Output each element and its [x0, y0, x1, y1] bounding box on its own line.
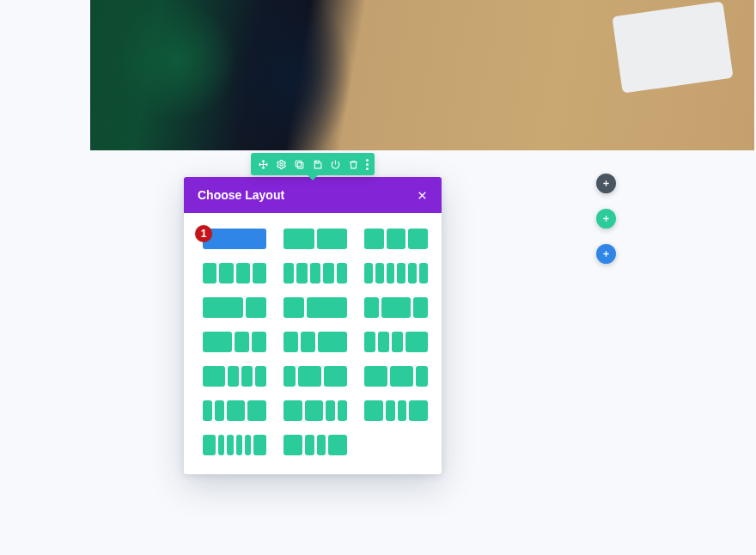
row-toolbar — [251, 153, 375, 175]
layout-option-10[interactable] — [284, 332, 347, 352]
svg-rect-7 — [297, 162, 303, 168]
hero-image — [90, 0, 754, 150]
layout-option-7[interactable] — [284, 297, 347, 318]
layout-option-18[interactable] — [203, 435, 266, 455]
more-icon[interactable] — [366, 159, 369, 170]
duplicate-icon[interactable] — [294, 159, 305, 170]
layout-option-16[interactable] — [284, 400, 347, 421]
panel-header: Choose Layout — [184, 177, 442, 213]
save-icon[interactable] — [312, 159, 323, 170]
layout-option-3[interactable] — [203, 263, 266, 284]
layout-option-0[interactable] — [203, 229, 266, 249]
layout-option-2[interactable] — [364, 229, 428, 249]
layout-option-14[interactable] — [364, 366, 428, 387]
layout-grid: 1 — [184, 213, 442, 474]
layout-option-9[interactable] — [203, 332, 266, 352]
choose-layout-panel: Choose Layout 1 — [184, 177, 442, 474]
layout-option-6[interactable] — [203, 297, 266, 318]
layout-option-5[interactable] — [364, 263, 428, 284]
power-icon[interactable] — [330, 159, 341, 170]
layout-option-12[interactable] — [203, 366, 266, 387]
gear-icon[interactable] — [276, 159, 287, 170]
panel-title: Choose Layout — [198, 188, 284, 202]
layout-option-11[interactable] — [364, 332, 428, 352]
svg-rect-8 — [296, 161, 302, 167]
layout-option-4[interactable] — [284, 263, 347, 284]
add-button-group — [596, 174, 616, 264]
add-row-button[interactable] — [596, 209, 616, 229]
close-icon[interactable] — [417, 190, 428, 201]
step-marker-1: 1 — [195, 225, 212, 242]
layout-option-17[interactable] — [364, 400, 428, 421]
add-section-button[interactable] — [596, 174, 616, 193]
layout-option-15[interactable] — [203, 400, 266, 421]
layout-option-19[interactable] — [284, 435, 347, 455]
trash-icon[interactable] — [348, 159, 359, 170]
svg-point-6 — [279, 162, 282, 165]
layout-option-8[interactable] — [364, 297, 428, 318]
layout-option-1[interactable] — [284, 229, 347, 249]
add-module-button[interactable] — [596, 244, 616, 264]
move-icon[interactable] — [258, 159, 269, 170]
layout-option-13[interactable] — [284, 366, 347, 387]
